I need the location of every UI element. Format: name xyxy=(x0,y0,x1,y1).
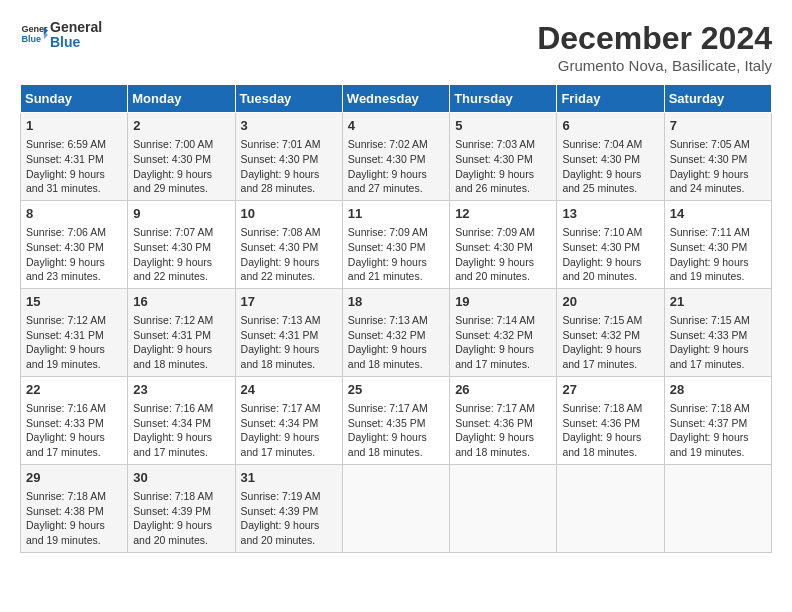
day-number: 30 xyxy=(133,469,229,487)
calendar-cell: 5Sunrise: 7:03 AMSunset: 4:30 PMDaylight… xyxy=(450,113,557,201)
daylight-label: Daylight: 9 hours and 20 minutes. xyxy=(241,519,320,546)
sunrise-label: Sunrise: 7:14 AM xyxy=(455,314,535,326)
calendar-cell: 24Sunrise: 7:17 AMSunset: 4:34 PMDayligh… xyxy=(235,376,342,464)
calendar-cell: 27Sunrise: 7:18 AMSunset: 4:36 PMDayligh… xyxy=(557,376,664,464)
sunset-label: Sunset: 4:30 PM xyxy=(241,153,319,165)
day-number: 18 xyxy=(348,293,444,311)
sunrise-label: Sunrise: 7:09 AM xyxy=(455,226,535,238)
title-area: December 2024 Grumento Nova, Basilicate,… xyxy=(537,20,772,74)
sunset-label: Sunset: 4:34 PM xyxy=(241,417,319,429)
day-header-wednesday: Wednesday xyxy=(342,85,449,113)
daylight-label: Daylight: 9 hours and 17 minutes. xyxy=(133,431,212,458)
day-number: 19 xyxy=(455,293,551,311)
sunset-label: Sunset: 4:34 PM xyxy=(133,417,211,429)
calendar-cell: 16Sunrise: 7:12 AMSunset: 4:31 PMDayligh… xyxy=(128,288,235,376)
daylight-label: Daylight: 9 hours and 20 minutes. xyxy=(562,256,641,283)
logo-general: General xyxy=(50,20,102,35)
sunrise-label: Sunrise: 7:05 AM xyxy=(670,138,750,150)
sunset-label: Sunset: 4:31 PM xyxy=(26,153,104,165)
day-number: 8 xyxy=(26,205,122,223)
calendar-cell: 25Sunrise: 7:17 AMSunset: 4:35 PMDayligh… xyxy=(342,376,449,464)
day-number: 13 xyxy=(562,205,658,223)
sunrise-label: Sunrise: 7:18 AM xyxy=(26,490,106,502)
sunset-label: Sunset: 4:37 PM xyxy=(670,417,748,429)
logo-blue: Blue xyxy=(50,35,102,50)
sunset-label: Sunset: 4:31 PM xyxy=(133,329,211,341)
daylight-label: Daylight: 9 hours and 17 minutes. xyxy=(455,343,534,370)
sunrise-label: Sunrise: 7:18 AM xyxy=(562,402,642,414)
day-number: 2 xyxy=(133,117,229,135)
sunrise-label: Sunrise: 7:18 AM xyxy=(670,402,750,414)
sunset-label: Sunset: 4:31 PM xyxy=(241,329,319,341)
day-header-friday: Friday xyxy=(557,85,664,113)
day-header-tuesday: Tuesday xyxy=(235,85,342,113)
day-number: 17 xyxy=(241,293,337,311)
day-number: 12 xyxy=(455,205,551,223)
day-number: 9 xyxy=(133,205,229,223)
day-number: 28 xyxy=(670,381,766,399)
sunset-label: Sunset: 4:30 PM xyxy=(133,241,211,253)
calendar-subtitle: Grumento Nova, Basilicate, Italy xyxy=(537,57,772,74)
daylight-label: Daylight: 9 hours and 17 minutes. xyxy=(26,431,105,458)
day-header-saturday: Saturday xyxy=(664,85,771,113)
sunset-label: Sunset: 4:30 PM xyxy=(670,153,748,165)
calendar-cell: 3Sunrise: 7:01 AMSunset: 4:30 PMDaylight… xyxy=(235,113,342,201)
day-number: 4 xyxy=(348,117,444,135)
sunrise-label: Sunrise: 7:11 AM xyxy=(670,226,750,238)
daylight-label: Daylight: 9 hours and 20 minutes. xyxy=(455,256,534,283)
sunset-label: Sunset: 4:38 PM xyxy=(26,505,104,517)
calendar-cell: 22Sunrise: 7:16 AMSunset: 4:33 PMDayligh… xyxy=(21,376,128,464)
sunrise-label: Sunrise: 7:19 AM xyxy=(241,490,321,502)
daylight-label: Daylight: 9 hours and 18 minutes. xyxy=(562,431,641,458)
sunset-label: Sunset: 4:33 PM xyxy=(670,329,748,341)
sunrise-label: Sunrise: 7:09 AM xyxy=(348,226,428,238)
calendar-cell: 28Sunrise: 7:18 AMSunset: 4:37 PMDayligh… xyxy=(664,376,771,464)
day-number: 15 xyxy=(26,293,122,311)
calendar-title: December 2024 xyxy=(537,20,772,57)
day-number: 22 xyxy=(26,381,122,399)
daylight-label: Daylight: 9 hours and 18 minutes. xyxy=(241,343,320,370)
day-header-sunday: Sunday xyxy=(21,85,128,113)
calendar-cell: 4Sunrise: 7:02 AMSunset: 4:30 PMDaylight… xyxy=(342,113,449,201)
calendar-cell: 13Sunrise: 7:10 AMSunset: 4:30 PMDayligh… xyxy=(557,200,664,288)
sunset-label: Sunset: 4:30 PM xyxy=(455,153,533,165)
calendar-cell: 30Sunrise: 7:18 AMSunset: 4:39 PMDayligh… xyxy=(128,464,235,552)
daylight-label: Daylight: 9 hours and 22 minutes. xyxy=(133,256,212,283)
sunrise-label: Sunrise: 7:17 AM xyxy=(348,402,428,414)
sunset-label: Sunset: 4:32 PM xyxy=(348,329,426,341)
sunset-label: Sunset: 4:39 PM xyxy=(133,505,211,517)
sunset-label: Sunset: 4:32 PM xyxy=(562,329,640,341)
calendar-week-3: 15Sunrise: 7:12 AMSunset: 4:31 PMDayligh… xyxy=(21,288,772,376)
svg-text:Blue: Blue xyxy=(21,34,41,44)
calendar-cell: 31Sunrise: 7:19 AMSunset: 4:39 PMDayligh… xyxy=(235,464,342,552)
daylight-label: Daylight: 9 hours and 29 minutes. xyxy=(133,168,212,195)
calendar-cell: 12Sunrise: 7:09 AMSunset: 4:30 PMDayligh… xyxy=(450,200,557,288)
sunset-label: Sunset: 4:30 PM xyxy=(562,153,640,165)
daylight-label: Daylight: 9 hours and 20 minutes. xyxy=(133,519,212,546)
sunrise-label: Sunrise: 6:59 AM xyxy=(26,138,106,150)
daylight-label: Daylight: 9 hours and 19 minutes. xyxy=(26,519,105,546)
sunset-label: Sunset: 4:30 PM xyxy=(455,241,533,253)
calendar-cell xyxy=(450,464,557,552)
day-number: 23 xyxy=(133,381,229,399)
daylight-label: Daylight: 9 hours and 19 minutes. xyxy=(26,343,105,370)
sunrise-label: Sunrise: 7:17 AM xyxy=(455,402,535,414)
daylight-label: Daylight: 9 hours and 24 minutes. xyxy=(670,168,749,195)
calendar-cell: 23Sunrise: 7:16 AMSunset: 4:34 PMDayligh… xyxy=(128,376,235,464)
daylight-label: Daylight: 9 hours and 22 minutes. xyxy=(241,256,320,283)
calendar-cell: 10Sunrise: 7:08 AMSunset: 4:30 PMDayligh… xyxy=(235,200,342,288)
sunrise-label: Sunrise: 7:18 AM xyxy=(133,490,213,502)
daylight-label: Daylight: 9 hours and 17 minutes. xyxy=(562,343,641,370)
day-number: 10 xyxy=(241,205,337,223)
day-number: 20 xyxy=(562,293,658,311)
calendar-cell: 1Sunrise: 6:59 AMSunset: 4:31 PMDaylight… xyxy=(21,113,128,201)
day-number: 1 xyxy=(26,117,122,135)
day-number: 26 xyxy=(455,381,551,399)
sunrise-label: Sunrise: 7:01 AM xyxy=(241,138,321,150)
calendar-cell: 15Sunrise: 7:12 AMSunset: 4:31 PMDayligh… xyxy=(21,288,128,376)
sunset-label: Sunset: 4:30 PM xyxy=(26,241,104,253)
daylight-label: Daylight: 9 hours and 18 minutes. xyxy=(133,343,212,370)
daylight-label: Daylight: 9 hours and 31 minutes. xyxy=(26,168,105,195)
calendar-cell xyxy=(342,464,449,552)
day-number: 16 xyxy=(133,293,229,311)
